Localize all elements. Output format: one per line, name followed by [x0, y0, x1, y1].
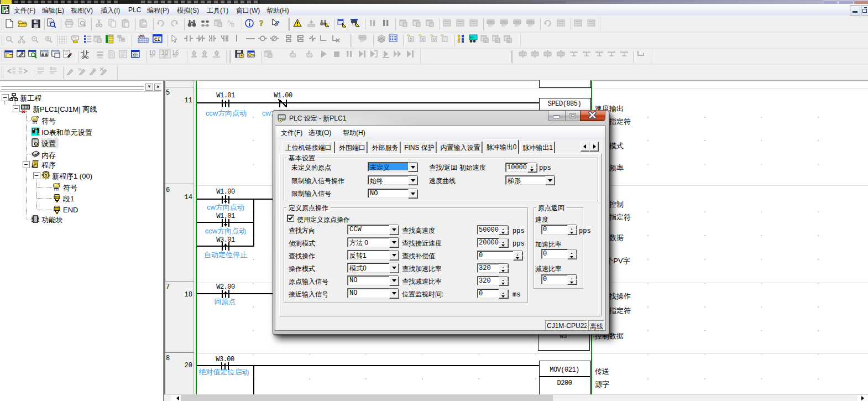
- svg-text:CI: CI: [154, 37, 160, 43]
- svg-text:X: X: [421, 37, 425, 42]
- svg-text:10: 10: [161, 49, 168, 56]
- svg-text:A: A: [227, 19, 231, 24]
- svg-text:%: %: [92, 67, 96, 72]
- svg-text:x: x: [508, 39, 510, 43]
- svg-text:002: 002: [133, 55, 138, 59]
- svg-text:B: B: [231, 22, 234, 28]
- svg-text:x: x: [496, 39, 498, 43]
- svg-text:-: -: [443, 37, 445, 42]
- svg-text:2: 2: [410, 37, 412, 42]
- svg-text:V: V: [433, 37, 436, 42]
- svg-text:HH: HH: [470, 35, 474, 40]
- svg-text:16: 16: [172, 49, 179, 56]
- svg-text:%: %: [78, 67, 82, 72]
- svg-text:x: x: [485, 39, 487, 43]
- svg-text:?: ?: [276, 19, 280, 27]
- svg-text:?: ?: [259, 19, 264, 28]
- svg-text:10: 10: [149, 49, 155, 56]
